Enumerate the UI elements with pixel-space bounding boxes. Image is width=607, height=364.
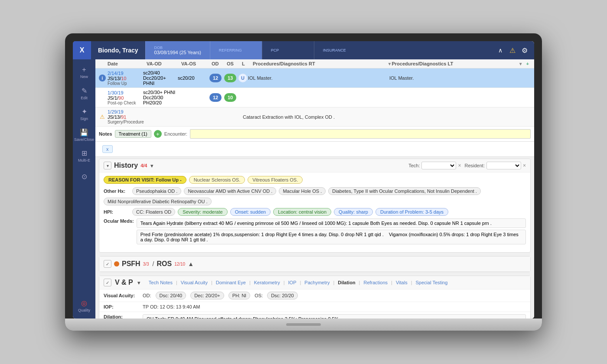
sections-area: ▾ History 4/4 ▾ Tech: ×: [95, 157, 534, 318]
col-proc-rt[interactable]: Procedures/Diagnostics RT ▼: [253, 61, 392, 66]
vp-va-od-ph: PH: NI: [228, 292, 250, 299]
vp-nav-visual-acuity[interactable]: Visual Acuity: [181, 280, 208, 285]
hx-chip-1[interactable]: Pseudophakia OD .: [132, 187, 181, 195]
hx-chip-2[interactable]: Neovascular AMD with Active CNV OD .: [184, 187, 276, 195]
hpi-quality[interactable]: Quality: sharp: [334, 208, 373, 216]
vp-nav-dilation[interactable]: Dilation: [338, 280, 355, 285]
resident-field: Resident: ×: [465, 162, 526, 169]
other-hx-label: Other Hx:: [104, 188, 130, 194]
ocular-meds-row: Ocular Meds: Tears Again Hydrate (bilber…: [104, 218, 526, 246]
settings-icon[interactable]: ⚙: [520, 46, 529, 55]
sidebar-item-settings[interactable]: ⊙: [75, 167, 94, 186]
sidebar-item-edit[interactable]: ✎ Edit: [75, 84, 94, 103]
proc-rt-dropdown-icon[interactable]: ▼: [388, 62, 392, 66]
hpi-severity[interactable]: Severity: moderate: [178, 208, 227, 216]
hx-chip-5[interactable]: Mild Nonproliferative Diabetic Retinopat…: [104, 198, 212, 205]
l-badge-1: U: [238, 74, 247, 82]
hpi-cc[interactable]: CC: Floaters OD: [132, 208, 175, 216]
vp-nav-vitals[interactable]: Vitals: [396, 280, 408, 285]
sidebar-item-sign-label: Sign: [80, 117, 88, 121]
visit-table: Date VA-OD VA-OS OD OS L Procedures/Diag…: [95, 59, 534, 127]
warning-icon[interactable]: ⚠: [508, 46, 517, 55]
ocular-meds-content: Tears Again Hydrate (bilberry extract 40…: [137, 218, 526, 246]
sidebar-item-quality-label: Quality: [78, 308, 90, 312]
visit-va-os-1: sc20/20: [178, 75, 208, 81]
sidebar-item-save[interactable]: 💾 Save/Close: [75, 125, 94, 144]
sidebar-item-edit-label: Edit: [81, 96, 88, 100]
tech-field: Tech: ×: [408, 162, 461, 169]
insurance-field: Insurance: [314, 41, 366, 59]
pcp-field: PCP: [262, 41, 314, 59]
vp-nav-keratometry[interactable]: Keratometry: [254, 280, 280, 285]
vp-header: ✓ V & P ▾ Tech Notes | Visual Acuity | D…: [99, 276, 530, 289]
new-icon: +: [82, 66, 86, 74]
vp-nav-refractions[interactable]: Refractions: [363, 280, 388, 285]
ocular-med-1: Tears Again Hydrate (bilberry extract 40…: [137, 218, 526, 228]
hpi-onset[interactable]: Onset: sudden: [230, 208, 271, 216]
note-close-badge[interactable]: x: [102, 145, 113, 153]
resident-select[interactable]: [486, 162, 521, 169]
referring-field: Referring: [210, 41, 262, 59]
proc-lt-dropdown-icon[interactable]: ▼: [519, 62, 523, 66]
tech-clear-btn[interactable]: ×: [458, 162, 461, 169]
vp-nav-iop[interactable]: IOP: [288, 280, 297, 285]
visit-proc-rt-3: Cataract Extraction with IOL, Complex OD…: [243, 114, 531, 120]
add-column-btn[interactable]: +: [525, 61, 531, 66]
history-chevron[interactable]: ▾: [104, 162, 111, 169]
vp-nav-dominant-eye[interactable]: Dominant Eye: [216, 280, 246, 285]
notes-label: Notes: [99, 131, 112, 136]
col-os: OS: [227, 61, 242, 66]
vp-va-od-label: OD:: [143, 293, 151, 298]
visit-date-3: 1/29/19 JS/13/91 Surgery/Procedure: [108, 109, 143, 124]
vp-nav-pachymetry[interactable]: Pachymetry: [304, 280, 330, 285]
hpi-location[interactable]: Location: central vision: [273, 208, 331, 216]
vp-va-od-dec: Dec: 20/20+: [190, 292, 224, 299]
reason-chip-followup[interactable]: REASON FOR VISIT: Follow Up -: [104, 176, 186, 184]
visit-row-1[interactable]: i 2/14/19 JS/13/10 Follow Up sc20/40 Dcc…: [95, 68, 534, 88]
reason-chip-nuclear[interactable]: Nuclear Sclerosis OS.: [189, 176, 245, 184]
visit-proc-rt-1: IOL Master.: [248, 75, 389, 81]
hpi-duration[interactable]: Duration of Problem: 3-5 days: [375, 208, 448, 216]
notes-area: Notes Treatment (1) + Encounter:: [95, 127, 534, 142]
vp-va-os-label: OS:: [255, 293, 263, 298]
vp-nav-tech-notes[interactable]: Tech Notes: [149, 280, 173, 285]
ros-count: 12/10: [174, 262, 185, 266]
vp-iop-value: TP OD: 12 OS: 13 9:40 AM: [143, 304, 200, 309]
visit-table-header: Date VA-OD VA-OS OD OS L Procedures/Diag…: [95, 59, 534, 68]
hx-chip-3[interactable]: Macular Hole OS .: [279, 187, 326, 195]
header-actions: ∧ ⚠ ⚙: [491, 41, 534, 59]
ocular-med-2: Pred Forte (prednisolone acetate) 1% dro…: [137, 230, 526, 244]
visit-va-od-1: sc20/40 Dcc20/20+ PHNI: [143, 70, 178, 86]
insurance-label: Insurance: [323, 48, 357, 52]
settings2-icon: ⊙: [82, 172, 87, 181]
od-badge-1: 12: [209, 74, 222, 82]
add-note-btn[interactable]: +: [154, 130, 162, 138]
referring-label: Referring: [219, 48, 253, 52]
sidebar-item-new[interactable]: + New: [75, 63, 94, 82]
vp-chevron[interactable]: ✓: [104, 279, 111, 286]
col-proc-lt[interactable]: Procedures/Diagnostics LT ▼ +: [392, 61, 531, 66]
psfh-dot: [114, 261, 119, 266]
tech-select[interactable]: [421, 162, 456, 169]
sidebar-item-quality[interactable]: ◎ Quality: [75, 296, 94, 315]
hx-chip-4[interactable]: Diabetes, Type II with Ocular Complicati…: [328, 187, 481, 195]
vp-va-od-dsc: Dsc: 20/40: [156, 292, 186, 299]
encounter-field[interactable]: [190, 129, 531, 139]
vp-dilation-label: Dilation:: [104, 314, 138, 318]
psfh-expand-icon[interactable]: ▲: [188, 260, 194, 267]
vp-nav-special-testing[interactable]: Special Testing: [416, 280, 448, 285]
vp-dropdown-icon[interactable]: ▾: [137, 280, 140, 286]
sidebar-item-sign[interactable]: ✦ Sign: [75, 104, 94, 124]
sidebar-item-multi[interactable]: ⊞ Multi-E: [75, 146, 94, 165]
col-l: L: [242, 61, 253, 66]
resident-clear-btn[interactable]: ×: [523, 162, 526, 169]
treatment-tab[interactable]: Treatment (1): [115, 130, 151, 138]
psfh-sep: /: [153, 260, 154, 267]
collapse-icon[interactable]: ∧: [496, 46, 505, 55]
history-dropdown-icon[interactable]: ▾: [150, 162, 153, 169]
visit-row-2[interactable]: 1/30/19 JS/1/90 Post-op Check sc20/30+ P…: [95, 88, 534, 107]
psfh-chevron[interactable]: ✓: [104, 260, 111, 268]
col-va-od: VA-OD: [147, 61, 181, 66]
reason-chip-vitreous[interactable]: Vitreous Floaters OS.: [248, 176, 303, 184]
visit-row-3[interactable]: ⚠ 1/29/19 JS/13/91 Surgery/Procedure Cat…: [95, 107, 534, 127]
